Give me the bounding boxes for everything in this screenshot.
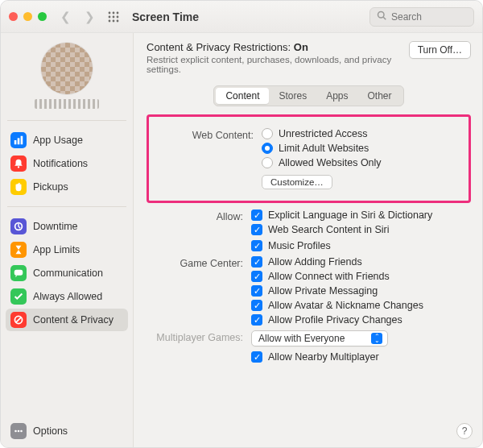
tab-apps[interactable]: Apps: [316, 88, 357, 104]
web-content-label: Web Content:: [157, 128, 254, 189]
sidebar-item-label: Notifications: [33, 158, 88, 169]
svg-point-1: [113, 11, 115, 14]
nosign-icon: [10, 312, 27, 328]
svg-line-18: [16, 317, 21, 322]
page-subtitle: Restrict explicit content, purchases, do…: [147, 55, 402, 74]
sidebar-item-options[interactable]: Options: [6, 420, 128, 442]
hand-icon: [10, 179, 27, 195]
allow-nearby-multiplayer[interactable]: Allow Nearby Multiplayer: [251, 351, 471, 363]
page-title-state: On: [294, 41, 308, 53]
chat-icon: [10, 265, 27, 281]
sidebar-item-label: Downtime: [33, 221, 78, 232]
sidebar-item-notifications[interactable]: Notifications: [6, 152, 128, 175]
svg-point-7: [113, 19, 115, 22]
content-tabs: Content Stores Apps Other: [213, 85, 403, 106]
svg-point-3: [109, 15, 111, 18]
search-input[interactable]: [390, 10, 467, 23]
gc-allow-private-messaging[interactable]: Allow Private Messaging: [251, 285, 471, 297]
gc-allow-avatar-nickname[interactable]: Allow Avatar & Nickname Changes: [251, 300, 471, 311]
turn-off-button[interactable]: Turn Off…: [409, 41, 471, 59]
svg-point-20: [18, 430, 20, 433]
nav-forward-button[interactable]: ❯: [80, 8, 98, 26]
sidebar-item-label: Options: [33, 425, 68, 437]
web-content-option-limit-adult[interactable]: Limit Adult Websites: [262, 143, 460, 154]
svg-point-5: [117, 15, 119, 18]
checkbox-label: Allow Profile Privacy Changes: [268, 314, 402, 326]
sidebar-group-usage: App Usage Notifications Pickups: [1, 126, 133, 201]
titlebar: ❮ ❯ Screen Time: [1, 1, 482, 33]
checkbox-label: Music Profiles: [268, 240, 331, 251]
hourglass-icon: [10, 242, 27, 258]
game-center-label: Game Center:: [147, 256, 243, 326]
gc-allow-connect-friends[interactable]: Allow Connect with Friends: [251, 271, 471, 282]
svg-rect-13: [21, 136, 23, 145]
popup-value: Allow with Everyone: [258, 333, 345, 344]
multiplayer-popup[interactable]: Allow with Everyone: [251, 330, 388, 346]
svg-point-9: [378, 12, 385, 19]
checkbox-icon: [251, 285, 262, 297]
web-content-option-unrestricted[interactable]: Unrestricted Access: [262, 128, 460, 139]
check-icon: [10, 288, 27, 305]
sidebar-item-label: Communication: [33, 268, 103, 279]
svg-line-10: [383, 17, 386, 19]
chevron-left-icon: ❮: [60, 10, 71, 24]
show-all-prefs-button[interactable]: [105, 8, 122, 26]
allow-music-profiles[interactable]: Music Profiles: [251, 240, 471, 251]
sidebar-item-app-limits[interactable]: App Limits: [6, 239, 128, 261]
apps-grid-icon: [108, 11, 119, 23]
tab-content[interactable]: Content: [216, 88, 269, 104]
customize-button[interactable]: Customize…: [262, 175, 332, 189]
sidebar-item-label: App Limits: [33, 244, 80, 255]
tab-stores[interactable]: Stores: [269, 88, 316, 104]
bell-icon: [10, 156, 27, 172]
svg-point-8: [117, 19, 119, 22]
web-content-option-allowed-only[interactable]: Allowed Websites Only: [262, 157, 460, 168]
checkbox-icon: [251, 314, 262, 326]
sidebar-item-app-usage[interactable]: App Usage: [6, 129, 128, 151]
tab-other[interactable]: Other: [358, 88, 402, 104]
svg-point-21: [20, 430, 23, 433]
svg-point-2: [117, 11, 119, 14]
allow-explicit-language[interactable]: Explicit Language in Siri & Dictionary: [251, 209, 471, 221]
close-window-dot[interactable]: [9, 12, 18, 21]
radio-icon: [262, 143, 273, 154]
checkbox-label: Allow Connect with Friends: [268, 271, 390, 282]
svg-point-0: [109, 11, 111, 14]
help-button[interactable]: ?: [456, 423, 473, 439]
sidebar-item-label: Pickups: [33, 181, 68, 193]
radio-icon: [262, 157, 273, 168]
sidebar-item-content-privacy[interactable]: Content & Privacy: [6, 309, 128, 331]
gc-allow-profile-privacy[interactable]: Allow Profile Privacy Changes: [251, 314, 471, 326]
gc-allow-adding-friends[interactable]: Allow Adding Friends: [251, 256, 471, 268]
chevron-right-icon: ❯: [85, 10, 95, 24]
radio-label: Limit Adult Websites: [279, 143, 369, 154]
help-icon: ?: [462, 425, 468, 437]
sidebar-group-limits: Downtime App Limits Communication: [1, 212, 133, 334]
search-field[interactable]: [369, 7, 474, 27]
username-label: [35, 99, 99, 109]
web-content-callout: Web Content: Unrestricted Access Limit A…: [147, 114, 471, 203]
window-title: Screen Time: [132, 10, 199, 23]
svg-point-6: [109, 19, 111, 22]
sidebar-item-downtime[interactable]: Downtime: [6, 215, 128, 238]
checkbox-label: Allow Adding Friends: [268, 256, 362, 268]
minimize-window-dot[interactable]: [23, 12, 32, 21]
sidebar-item-communication[interactable]: Communication: [6, 262, 128, 284]
checkbox-icon: [251, 256, 262, 268]
radio-label: Unrestricted Access: [279, 128, 367, 139]
checkbox-icon: [251, 224, 262, 235]
screen-time-window: ❮ ❯ Screen Time: [0, 0, 483, 448]
zoom-window-dot[interactable]: [38, 12, 47, 21]
user-block[interactable]: [1, 38, 133, 115]
sidebar-item-always-allowed[interactable]: Always Allowed: [6, 285, 128, 308]
svg-rect-11: [14, 140, 17, 144]
nav-back-button[interactable]: ❮: [56, 8, 74, 26]
svg-point-4: [113, 15, 115, 18]
chevron-updown-icon: [371, 333, 382, 344]
sidebar-item-pickups[interactable]: Pickups: [6, 176, 128, 198]
search-icon: [377, 10, 386, 23]
checkbox-label: Allow Nearby Multiplayer: [268, 351, 379, 363]
page-title: Content & Privacy Restrictions: On: [147, 41, 402, 53]
allow-web-search-siri[interactable]: Web Search Content in Siri: [251, 224, 471, 235]
sidebar: App Usage Notifications Pickups: [1, 33, 134, 447]
